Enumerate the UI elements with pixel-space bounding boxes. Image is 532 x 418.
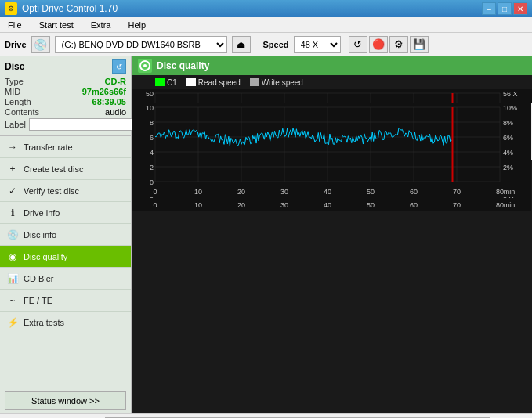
- legend-c1-label: C1: [167, 78, 177, 87]
- drivebar: Drive 💿 (G:) BENQ DVD DD DW1640 BSRB ⏏ S…: [0, 33, 532, 56]
- legend-write-speed-color: [250, 78, 259, 86]
- disc-mid-value: 97m26s66f: [82, 87, 126, 96]
- legend-write-speed: Write speed: [250, 78, 303, 87]
- window-controls: – □ ✕: [482, 2, 527, 15]
- drive-select[interactable]: (G:) BENQ DVD DD DW1640 BSRB: [55, 36, 227, 53]
- nav-cd-bler[interactable]: 📊 CD Bler: [0, 268, 131, 290]
- legend-read-speed-color: [186, 78, 196, 86]
- nav-fe-te-label: FE / TE: [24, 296, 52, 305]
- fe-te-icon: ~: [6, 294, 19, 307]
- legend-read-speed: Read speed: [186, 78, 241, 87]
- nav-create-test-disc-label: Create test disc: [24, 164, 83, 174]
- menubar: File Start test Extra Help: [0, 17, 532, 33]
- disc-mid-label: MID: [5, 87, 20, 96]
- nav-menu: → Transfer rate + Create test disc ✓ Ver…: [0, 136, 131, 388]
- statusbar: Test completed 100.0% 02:28: [0, 413, 532, 418]
- disc-panel-title: Disc: [5, 61, 24, 72]
- nav-disc-quality-label: Disc quality: [24, 252, 67, 261]
- nav-transfer-rate-label: Transfer rate: [24, 142, 73, 152]
- main-layout: Disc ↺ Type CD-R MID 97m26s66f Length 68…: [0, 56, 532, 413]
- legend-c1: C1: [155, 78, 177, 87]
- nav-cd-bler-label: CD Bler: [24, 274, 54, 283]
- disc-quality-title: Disc quality: [157, 60, 209, 71]
- create-test-disc-icon: +: [6, 163, 19, 175]
- minimize-button[interactable]: –: [482, 2, 496, 15]
- close-button[interactable]: ✕: [513, 2, 527, 15]
- app-icon: ⚙: [5, 2, 17, 15]
- legend-write-speed-label: Write speed: [262, 78, 303, 87]
- menu-help[interactable]: Help: [123, 19, 150, 31]
- nav-verify-test-disc-label: Verify test disc: [24, 186, 79, 196]
- menu-file[interactable]: File: [3, 19, 27, 31]
- disc-length-value: 68:39.05: [92, 97, 126, 106]
- transfer-rate-icon: →: [6, 141, 19, 153]
- cd-bler-icon: 📊: [6, 272, 19, 285]
- titlebar: ⚙ Opti Drive Control 1.70 – □ ✕: [0, 0, 532, 17]
- drive-label: Drive: [5, 40, 27, 49]
- nav-create-test-disc[interactable]: + Create test disc: [0, 158, 131, 180]
- settings-button[interactable]: ⚙: [389, 36, 408, 53]
- nav-drive-info[interactable]: ℹ Drive info: [0, 202, 131, 224]
- nav-extra-tests[interactable]: ⚡ Extra tests: [0, 312, 131, 333]
- menu-extra[interactable]: Extra: [86, 19, 116, 31]
- disc-panel: Disc ↺ Type CD-R MID 97m26s66f Length 68…: [0, 56, 131, 136]
- disc-type-label: Type: [5, 77, 24, 86]
- maximize-button[interactable]: □: [498, 2, 512, 15]
- refresh-button[interactable]: ↺: [349, 36, 367, 53]
- eject-button[interactable]: ⏏: [232, 36, 251, 53]
- disc-contents-value: audio: [105, 107, 126, 117]
- content-area: Disc quality C1 Read speed Write speed: [132, 56, 532, 413]
- legend-read-speed-label: Read speed: [198, 78, 241, 87]
- nav-verify-test-disc[interactable]: ✓ Verify test disc: [0, 180, 131, 202]
- speed-label: Speed: [263, 40, 289, 49]
- speed-select[interactable]: 48 X: [294, 36, 341, 53]
- legend-c1-color: [155, 78, 165, 86]
- chart-legend-upper: C1 Read speed Write speed: [132, 75, 532, 89]
- toolbar-icons: ↺ 🔴 ⚙ 💾: [349, 36, 429, 53]
- nav-fe-te[interactable]: ~ FE / TE: [0, 290, 131, 312]
- status-window-button[interactable]: Status window >>: [5, 391, 126, 410]
- disc-quality-header: Disc quality: [132, 56, 532, 75]
- disc-contents-label: Contents: [5, 107, 39, 117]
- disc-quality-header-icon: [138, 59, 152, 73]
- disc-label-label: Label: [5, 120, 26, 129]
- disc-type-value: CD-R: [105, 77, 127, 86]
- drive-info-icon: ℹ: [6, 207, 19, 219]
- nav-transfer-rate[interactable]: → Transfer rate: [0, 136, 131, 158]
- app-title: Opti Drive Control 1.70: [22, 3, 118, 14]
- nav-drive-info-label: Drive info: [24, 208, 60, 218]
- disc-refresh-button[interactable]: ↺: [112, 59, 126, 74]
- lower-chart: [132, 103, 531, 197]
- disc-info-icon: 💿: [6, 229, 19, 241]
- disk-button[interactable]: 🔴: [369, 36, 388, 53]
- verify-test-disc-icon: ✓: [6, 185, 19, 197]
- nav-extra-tests-label: Extra tests: [24, 318, 64, 327]
- menu-start-test[interactable]: Start test: [34, 19, 78, 31]
- drive-icon: 💿: [31, 36, 50, 53]
- nav-disc-info[interactable]: 💿 Disc info: [0, 224, 131, 246]
- nav-disc-quality[interactable]: ◉ Disc quality: [0, 246, 131, 268]
- disc-length-label: Length: [5, 97, 31, 106]
- svg-point-1: [143, 64, 147, 67]
- extra-tests-icon: ⚡: [6, 316, 19, 329]
- nav-disc-info-label: Disc info: [24, 230, 56, 240]
- save-button[interactable]: 💾: [410, 36, 429, 53]
- sidebar: Disc ↺ Type CD-R MID 97m26s66f Length 68…: [0, 56, 132, 413]
- disc-quality-icon: ◉: [6, 250, 19, 263]
